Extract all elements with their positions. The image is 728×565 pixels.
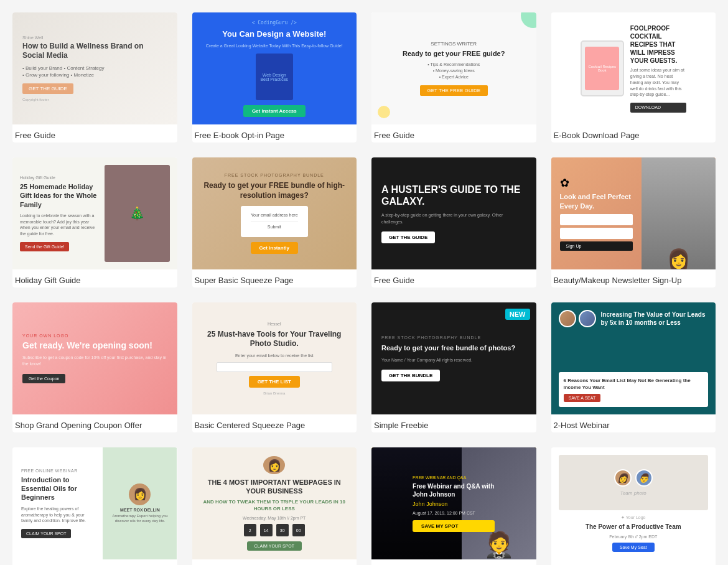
preview-date: August 17, 2019, 12:00 PM CST (413, 511, 495, 515)
card-simple-freebie[interactable]: NEW Free Stock Photography Bundle Ready … (371, 302, 536, 432)
card-preview: ✿ Look and Feel Perfect Every Day. Sign … (551, 157, 716, 269)
preview-badge: FREE ONLINE WEBINAR (21, 469, 94, 473)
preview-btn: Save My Seat (612, 543, 655, 552)
preview-btn: Get Instantly (251, 242, 298, 254)
preview-title: FOOLPROOF COCKTAIL RECIPES THAT WILL IMP… (630, 24, 686, 65)
preview-title: Free Webinar and Q&A with John Johnson (413, 482, 495, 498)
card-intro-oils[interactable]: FREE ONLINE WEBINAR Introduction to Esse… (12, 447, 177, 565)
preview-sub: Create a Great Looking Website Today Wit… (206, 43, 343, 49)
card-preview: A HUSTLER'S GUIDE TO THE GALAXY. A step-… (371, 157, 536, 269)
card-label: Shop Grand Opening Coupon Offer (12, 414, 177, 432)
preview-title: Get ready. We're opening soon! (22, 340, 152, 351)
card-label: The 4 Most Important Webpages in Your Bu… (192, 559, 357, 565)
preview-badge: Free Stock Photography Bundle (225, 173, 324, 177)
card-free-webinar[interactable]: 🤵 FREE WEBINAR AND Q&A Free Webinar and … (371, 447, 536, 565)
preview-badge: YOUR OWN LOGO (22, 334, 68, 338)
preview-avatars (559, 310, 596, 327)
card-preview: YOUR OWN LOGO Get ready. We're opening s… (12, 302, 177, 414)
preview-title: 25 Homemade Holiday Gift Ideas for the W… (20, 182, 100, 209)
preview-image: 🎄 (105, 165, 170, 262)
preview-sub: A step-by-step guide on getting there in… (381, 212, 526, 225)
preview-title: Ready to get your FREE bundle of high-re… (202, 181, 347, 200)
preview-title: Ready to get your FREE guide? (403, 49, 505, 58)
card-preview: 🤵 FREE WEBINAR AND Q&A Free Webinar and … (371, 447, 536, 559)
preview-code: < CodingGuru /> (252, 20, 297, 26)
preview-sub: Your Name / Your Company All rights rese… (381, 357, 472, 364)
preview-logo: ✦ Your Logo (559, 515, 709, 520)
preview-date: February 8th // 2pm EDT (559, 535, 709, 539)
card-label: Super Basic Squeeze Page (192, 269, 357, 287)
card-free-guide-3[interactable]: A HUSTLER'S GUIDE TO THE GALAXY. A step-… (371, 157, 536, 287)
preview-badge: Free Stock Photography Bundle (381, 335, 481, 340)
new-badge: NEW (505, 309, 530, 320)
card-ebook-optin[interactable]: < CodingGuru /> You Can Design a Website… (192, 12, 357, 142)
preview-btn: GET THE GUIDE (381, 231, 435, 243)
preview-brand: SETTINGS WRITER (431, 41, 477, 47)
card-4pages[interactable]: 👩 THE 4 MOST IMPORTANT WEBPAGES IN YOUR … (192, 447, 357, 565)
preview-sub: • Build your Brand • Content Strategy• G… (22, 65, 104, 78)
preview-badge: Holiday Gift Guide (20, 175, 100, 180)
preview-btn: GET THE BUNDLE (381, 370, 440, 381)
card-holiday-gift[interactable]: Holiday Gift Guide 25 Homemade Holiday G… (12, 157, 177, 287)
card-label: Beauty/Makeup Newsletter Sign-Up (551, 269, 716, 287)
preview-image: 👩 👨 Team photo (559, 455, 709, 510)
card-webinar-2host[interactable]: Increasing The Value of Your Leads by 5x… (551, 302, 716, 432)
preview-image: 👩 (642, 157, 716, 269)
card-preview: Shine Well How to Build a Wellness Brand… (12, 12, 177, 124)
preview-box: Your email address here Submit (241, 206, 308, 237)
card-free-guide-2[interactable]: SETTINGS WRITER Ready to get your FREE g… (371, 12, 536, 142)
preview-btn: SAVE MY SPOT (413, 520, 495, 532)
card-preview: SETTINGS WRITER Ready to get your FREE g… (371, 12, 536, 124)
preview-name: John Johnson (413, 501, 495, 507)
preview-sub: Looking to celebrate the season with a m… (20, 213, 100, 237)
card-label: 2-Host Webinar (551, 414, 716, 432)
preview-title: How to Build a Wellness Brand on Social … (22, 42, 167, 61)
card-preview: NEW Free Stock Photography Bundle Ready … (371, 302, 536, 414)
card-shop-coupon[interactable]: YOUR OWN LOGO Get ready. We're opening s… (12, 302, 177, 432)
preview-btn: Sign Up (560, 241, 633, 251)
preview-input2 (560, 228, 633, 239)
preview-sub: • Tips & Recommendations• Money-saving I… (427, 62, 480, 80)
preview-btn: CLAIM YOUR SPOT (21, 529, 71, 538)
card-label: Free Guide (12, 124, 177, 142)
card-preview: Increasing The Value of Your Leads by 5x… (551, 302, 716, 414)
card-free-guide-1[interactable]: Shine Well How to Build a Wellness Brand… (12, 12, 177, 142)
preview-avatar: 👩 (263, 456, 285, 474)
template-grid: Shine Well How to Build a Wellness Brand… (12, 12, 716, 565)
preview-btn: GET THE LIST (249, 376, 300, 388)
card-ebook-download[interactable]: Cocktail Recipes Book FOOLPROOF COCKTAIL… (551, 12, 716, 142)
preview-btn: Get Instant Access (243, 105, 306, 117)
card-label: Holiday Gift Guide (12, 269, 177, 287)
preview-date: Wednesday, May 18th // 2pm PT (243, 516, 306, 520)
card-beauty-newsletter[interactable]: ✿ Look and Feel Perfect Every Day. Sign … (551, 157, 716, 287)
card-label: E-Book Download Page (551, 124, 716, 142)
preview-title: The Power of a Productive Team (559, 523, 709, 531)
preview-title: THE 4 MOST IMPORTANT WEBPAGES IN YOUR BU… (201, 478, 348, 496)
card-label: The Power of a Productive Team (551, 559, 716, 565)
preview-title: Increasing The Value of Your Leads by 5x… (601, 311, 709, 327)
card-preview: Free Stock Photography Bundle Ready to g… (192, 157, 357, 269)
card-preview: Holiday Gift Guide 25 Homemade Holiday G… (12, 157, 177, 269)
card-preview: 👩 THE 4 MOST IMPORTANT WEBPAGES IN YOUR … (192, 447, 357, 559)
card-label: Basic Centered Squeeze Page (192, 414, 357, 432)
card-preview: 👩 👨 Team photo ✦ Your Logo The Power of … (551, 447, 716, 559)
card-preview: FREE ONLINE WEBINAR Introduction to Esse… (12, 447, 177, 559)
card-label: Simple Freebie (371, 414, 536, 432)
preview-btn: CLAIM YOUR SPOT (247, 541, 302, 551)
preview-btn: DOWNLOAD (630, 103, 686, 113)
preview-title: Look and Feel Perfect Every Day. (560, 192, 633, 210)
preview-btn: GET THE FREE GUIDE (420, 85, 488, 96)
card-super-squeeze[interactable]: Free Stock Photography Bundle Ready to g… (192, 157, 357, 287)
preview-btn: Get the Coupon (22, 374, 65, 383)
preview-title: You Can Design a Website! (222, 29, 326, 39)
card-preview: Cocktail Recipes Book FOOLPROOF COCKTAIL… (551, 12, 716, 124)
card-productive[interactable]: 👩 👨 Team photo ✦ Your Logo The Power of … (551, 447, 716, 565)
preview-book: Web Design Best Practices (256, 54, 293, 100)
card-preview: Hessel 25 Must-have Tools for Your Trave… (192, 302, 357, 414)
preview-sub: Subscribe to get a coupon code for 10% o… (22, 355, 167, 368)
preview-title: A HUSTLER'S GUIDE TO THE GALAXY. (381, 184, 526, 207)
card-label: Free Guide (371, 269, 536, 287)
card-basic-squeeze[interactable]: Hessel 25 Must-have Tools for Your Trave… (192, 302, 357, 432)
preview-sub: Enter your email below to receive the li… (235, 353, 314, 359)
preview-input (560, 214, 633, 225)
